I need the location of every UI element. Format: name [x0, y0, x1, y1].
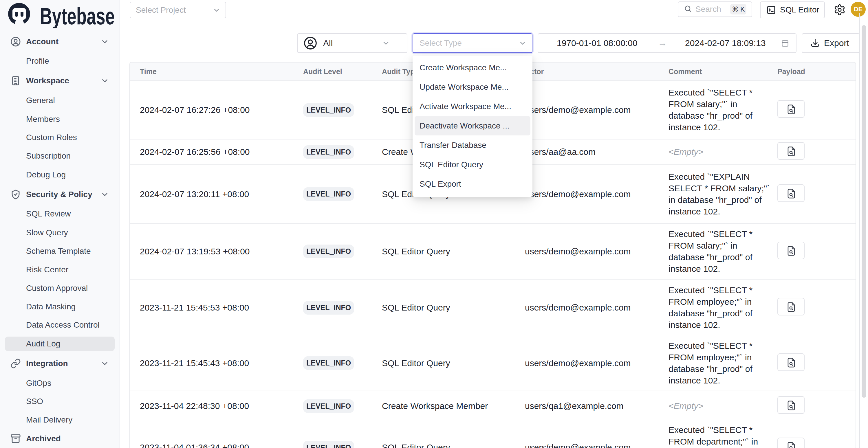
svg-text:Bytebase: Bytebase — [40, 3, 115, 28]
